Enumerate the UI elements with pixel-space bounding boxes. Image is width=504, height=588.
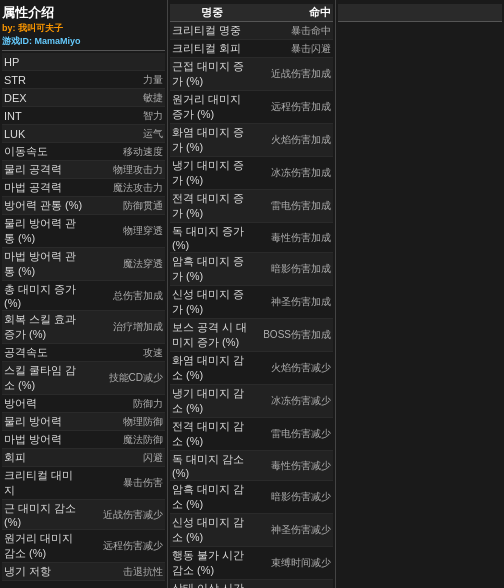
stat-value: 火焰伤害减少 [252, 361, 332, 375]
stat-dex: DEX 敏捷 [2, 89, 165, 107]
main-container: 属性介绍 by: 我叫可夫子 游戏ID: MamaMiyo HP STR 力量 … [0, 0, 504, 588]
stat-dark-inc: 암흑 대미지 증가 (%) 暗影伤害加成 [170, 253, 333, 286]
stat-value: 束缚时间减少 [252, 556, 332, 570]
stat-value: 魔法防御 [84, 433, 164, 447]
stat-cold-red: 냉기 대미지 감소 (%) 冰冻伤害减少 [170, 385, 333, 418]
stat-value: 近战伤害加成 [252, 67, 332, 81]
stat-value: BOSS伤害加成 [252, 328, 332, 342]
stat-value: 防御力 [84, 397, 164, 411]
stat-thunder-red: 전격 대미지 감소 (%) 雷电伤害减少 [170, 418, 333, 451]
stat-value: 魔法攻击力 [84, 181, 164, 195]
stat-boss-inc: 보스 공격 시 대미지 증가 (%) BOSS伤害加成 [170, 319, 333, 352]
stat-luk: LUK 运气 [2, 125, 165, 143]
header-id: 游戏ID: MamaMiyo [2, 35, 165, 48]
stat-def: 방어력 防御力 [2, 395, 165, 413]
stat-value: 运气 [84, 127, 164, 141]
stat-label: 공격속도 [4, 345, 84, 360]
stat-value: 暗影伤害加成 [252, 262, 332, 276]
stat-value: 魔法穿透 [84, 257, 164, 271]
stat-value: 暗影伤害减少 [252, 490, 332, 504]
stat-value: 击退抗性 [84, 565, 164, 579]
stat-label: 화염 대미지 증가 (%) [172, 125, 252, 155]
stat-value: 毒性伤害减少 [252, 459, 332, 473]
left-panel: 属性介绍 by: 我叫可夫子 游戏ID: MamaMiyo HP STR 力量 … [0, 0, 168, 588]
stat-label: 암흑 대미지 증가 (%) [172, 254, 252, 284]
stat-value: 敏捷 [84, 91, 164, 105]
stat-value: 火焰伤害加成 [252, 133, 332, 147]
stat-value: 智力 [84, 109, 164, 123]
stat-phys-def: 물리 방어력 物理防御 [2, 413, 165, 431]
stat-debuff-red: 상태 이상 시간 감소 (%) 异常状态减少 [170, 580, 333, 588]
stat-label: 크리티컬 대미지 [4, 468, 84, 498]
stat-value: 远程伤害减少 [84, 539, 164, 553]
stat-cd-reduce: 스킬 쿨타임 감소 (%) 技能CD减少 [2, 362, 165, 395]
stat-value: 暴击闪避 [252, 42, 332, 56]
stat-label: 냉기 대미지 증가 (%) [172, 158, 252, 188]
stat-atk-speed: 공격속도 攻速 [2, 344, 165, 362]
stat-label: 회피 [4, 450, 84, 465]
stat-value: 总伤害加成 [84, 289, 164, 303]
stat-value: 雷电伤害加成 [252, 199, 332, 213]
stat-label: 물리 방어력 [4, 414, 84, 429]
stat-magic-def: 마법 방어력 魔法防御 [2, 431, 165, 449]
panel-title: 属性介绍 [2, 5, 54, 20]
col-header-empty [340, 5, 500, 20]
stat-label: 방어력 관통 (%) [4, 198, 84, 213]
stat-label: 화염 대미지 감소 (%) [172, 353, 252, 383]
stat-total-dmg: 총 대미지 증가 (%) 总伤害加成 [2, 281, 165, 311]
stat-value: 防御贯通 [84, 199, 164, 213]
stat-value: 物理攻击力 [84, 163, 164, 177]
stat-value: 远程伤害加成 [252, 100, 332, 114]
stat-value: 力量 [84, 73, 164, 87]
stat-crit-dmg: 크리티컬 대미지 暴击伤害 [2, 467, 165, 500]
stat-holy-red: 신성 대미지 감소 (%) 神圣伤害减少 [170, 514, 333, 547]
stat-magic-atk: 마법 공격력 魔法攻击力 [2, 179, 165, 197]
stat-label: 마법 방어력 관통 (%) [4, 249, 84, 279]
stat-value: 暴击伤害 [84, 476, 164, 490]
right-panel [336, 0, 504, 588]
stat-label: 방어력 [4, 396, 84, 411]
stat-label: 냉기 저항 [4, 564, 84, 579]
stat-crit-hit: 크리티컬 명중 暴击命中 [170, 22, 333, 40]
stat-label: 물리 공격력 [4, 162, 84, 177]
stat-thunder-inc: 전격 대미지 증가 (%) 雷电伤害加成 [170, 190, 333, 223]
stat-move-speed: 이동속도 移动速度 [2, 143, 165, 161]
stat-value: 治疗增加成 [84, 320, 164, 334]
stat-label: 전격 대미지 감소 (%) [172, 419, 252, 449]
panel-header: 属性介绍 by: 我叫可夫子 游戏ID: MamaMiyo [2, 4, 165, 51]
col-header-kr: 명중 [172, 5, 252, 20]
stat-label: 근 대미지 감소 (%) [4, 501, 84, 528]
stat-label: 신성 대미지 감소 (%) [172, 515, 252, 545]
stat-label: 총 대미지 증가 (%) [4, 282, 84, 309]
stat-value: 神圣伤害减少 [252, 523, 332, 537]
stat-poison-red: 독 대미지 감소 (%) 毒性伤害减少 [170, 451, 333, 481]
stat-fire-inc: 화염 대미지 증가 (%) 火焰伤害加成 [170, 124, 333, 157]
stat-fire-red: 화염 대미지 감소 (%) 火焰伤害减少 [170, 352, 333, 385]
stat-label: DEX [4, 92, 84, 104]
stat-value: 闪避 [84, 451, 164, 465]
stat-value: 移动速度 [84, 145, 164, 159]
middle-header: 명중 命中 [170, 4, 333, 22]
stat-melee-inc: 근접 대미지 증가 (%) 近战伤害加成 [170, 58, 333, 91]
stat-value: 冰冻伤害加成 [252, 166, 332, 180]
stat-value: 暴击命中 [252, 24, 332, 38]
stat-cold-res: 냉기 저항 击退抗性 [2, 563, 165, 581]
stat-def-pen: 방어력 관통 (%) 防御贯通 [2, 197, 165, 215]
stat-int: INT 智力 [2, 107, 165, 125]
stat-dodge: 회피 闪避 [2, 449, 165, 467]
stat-label: HP [4, 56, 84, 68]
stat-cold-inc: 냉기 대미지 증가 (%) 冰冻伤害加成 [170, 157, 333, 190]
stat-label: 신성 대미지 증가 (%) [172, 287, 252, 317]
stat-str: STR 力量 [2, 71, 165, 89]
stat-label: 독 대미지 감소 (%) [172, 452, 252, 479]
stat-label: 스킬 쿨타임 감소 (%) [4, 363, 84, 393]
stat-value: 雷电伤害减少 [252, 427, 332, 441]
stat-magic-pen: 마법 방어력 관통 (%) 魔法穿透 [2, 248, 165, 281]
stat-label: 원거리 대미지 감소 (%) [4, 531, 84, 561]
stat-crit-dodge: 크리티컬 회피 暴击闪避 [170, 40, 333, 58]
stat-value: 近战伤害减少 [84, 508, 164, 522]
right-header [338, 4, 502, 22]
stat-heal-skill: 회복 스킬 효과 증가 (%) 治疗增加成 [2, 311, 165, 344]
stat-poison-inc: 독 대미지 증가 (%) 毒性伤害加成 [170, 223, 333, 253]
stat-label: 행동 불가 시간 감소 (%) [172, 548, 252, 578]
